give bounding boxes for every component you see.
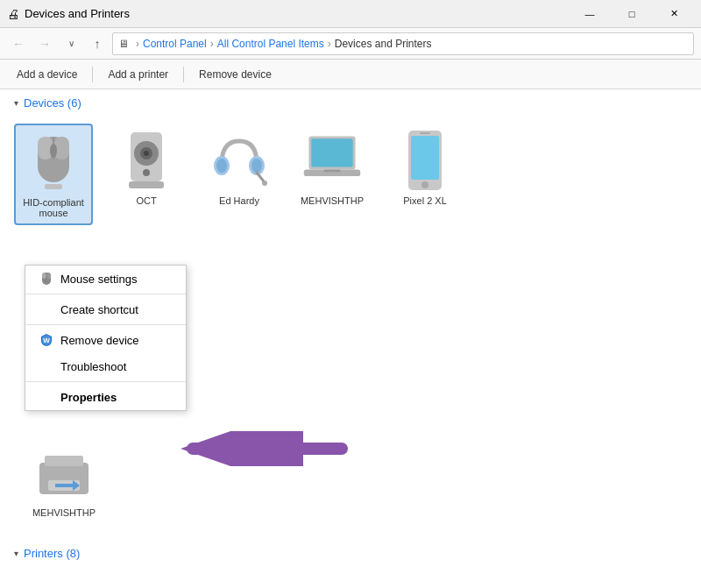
device-headset[interactable]: Ed Hardy: [200, 124, 279, 225]
ctx-mouse-settings[interactable]: Mouse settings: [25, 266, 186, 292]
title-bar-controls: — □ ✕: [570, 0, 694, 28]
svg-rect-11: [129, 181, 164, 188]
ctx-properties[interactable]: Properties: [25, 384, 186, 410]
svg-point-13: [216, 159, 227, 173]
svg-rect-18: [311, 138, 352, 166]
device-laptop-label: MEHVISHTHP: [301, 195, 364, 206]
printers-chevron-icon: ▾: [14, 549, 18, 558]
ctx-properties-label: Properties: [60, 391, 117, 404]
printers-section-header[interactable]: ▾ Printers (8): [14, 547, 687, 560]
context-menu: Mouse settings Create shortcut W Remove …: [25, 265, 187, 411]
ctx-mouse-settings-label: Mouse settings: [60, 273, 137, 286]
ctx-remove-device[interactable]: W Remove device: [25, 327, 186, 353]
ctx-create-shortcut-label: Create shortcut: [60, 303, 138, 316]
breadcrumb-item-home: 🖥: [118, 38, 129, 50]
phone-icon: [393, 129, 457, 192]
headset-icon: [208, 129, 271, 192]
remove-device-button[interactable]: Remove device: [189, 63, 281, 86]
title-bar: 🖨 Devices and Printers — □ ✕: [0, 0, 701, 28]
device-phone-label: Pixel 2 XL: [403, 195, 447, 206]
printers-section: ▾ Printers (8): [14, 547, 687, 570]
ctx-troubleshoot[interactable]: Troubleshoot: [25, 353, 186, 379]
laptop-icon: [301, 129, 364, 192]
ctx-remove-device-label: Remove device: [60, 334, 139, 347]
shield-icon: W: [39, 333, 53, 347]
svg-point-10: [143, 169, 150, 176]
device-speaker[interactable]: OCT: [107, 124, 186, 225]
svg-rect-27: [46, 273, 51, 279]
breadcrumb-current: Devices and Printers: [335, 38, 432, 50]
address-bar: ← → ∨ ↑ 🖥 › Control Panel › All Control …: [0, 28, 701, 60]
devices-grid: HID-compliant mouse OCT: [14, 120, 687, 239]
device-laptop[interactable]: MEHVISHTHP: [293, 124, 372, 225]
svg-rect-26: [42, 273, 46, 279]
breadcrumb: 🖥 › Control Panel › All Control Panel It…: [112, 32, 694, 55]
svg-point-23: [421, 181, 428, 188]
maximize-button[interactable]: □: [612, 0, 652, 28]
troubleshoot-icon: [39, 359, 53, 373]
toolbar-separator-1: [92, 67, 93, 82]
device-mouse[interactable]: HID-compliant mouse: [14, 124, 93, 225]
mehvishthp-bottom-icon: [31, 447, 97, 507]
minimize-button[interactable]: —: [570, 0, 610, 28]
svg-rect-24: [420, 132, 430, 134]
back-button[interactable]: ←: [7, 32, 30, 55]
add-printer-button[interactable]: Add a printer: [98, 63, 178, 86]
devices-chevron-icon: ▾: [14, 98, 18, 108]
breadcrumb-control-panel[interactable]: Control Panel: [143, 38, 207, 50]
device-bottom-mehvishthp[interactable]: MEHVISHTHP: [25, 447, 103, 518]
title-bar-text: Devices and Printers: [25, 7, 130, 20]
printers-section-label: Printers (8): [24, 547, 80, 560]
ctx-separator-3: [25, 381, 186, 382]
mouse-icon: [22, 131, 85, 194]
forward-button[interactable]: →: [33, 32, 56, 55]
main-content: ▾ Devices (6) HID-compliant mouse: [0, 89, 701, 588]
svg-rect-32: [45, 456, 83, 466]
ctx-create-shortcut[interactable]: Create shortcut: [25, 296, 186, 322]
create-shortcut-icon: [39, 302, 53, 316]
svg-rect-20: [324, 169, 341, 172]
svg-rect-5: [45, 184, 62, 189]
speaker-icon: [115, 129, 178, 192]
devices-section-header[interactable]: ▾ Devices (6): [14, 96, 687, 110]
add-device-button[interactable]: Add a device: [7, 63, 87, 86]
svg-point-15: [251, 159, 262, 173]
device-speaker-label: OCT: [136, 195, 156, 206]
device-bottom-label: MEHVISHTHP: [32, 507, 96, 518]
device-mouse-label: HID-compliant mouse: [21, 197, 86, 218]
close-button[interactable]: ✕: [654, 0, 694, 28]
svg-text:W: W: [43, 337, 50, 344]
device-headset-label: Ed Hardy: [219, 195, 259, 206]
toolbar-separator-2: [183, 67, 184, 82]
ctx-separator-1: [25, 294, 186, 294]
ctx-troubleshoot-label: Troubleshoot: [60, 360, 126, 373]
toolbar: Add a device Add a printer Remove device: [0, 60, 701, 89]
device-phone[interactable]: Pixel 2 XL: [386, 124, 464, 225]
ctx-separator-2: [25, 324, 186, 325]
svg-point-4: [50, 144, 57, 158]
devices-section-label: Devices (6): [24, 96, 81, 110]
mouse-settings-icon: [39, 272, 53, 286]
svg-point-16: [262, 181, 267, 186]
breadcrumb-all-items[interactable]: All Control Panel Items: [217, 38, 324, 50]
up-button[interactable]: ↑: [86, 32, 109, 55]
arrow-annotation: [175, 431, 350, 469]
svg-point-9: [144, 151, 149, 156]
dropdown-button[interactable]: ∨: [60, 32, 82, 55]
properties-icon: [39, 390, 53, 404]
svg-rect-22: [411, 136, 439, 180]
title-bar-icon: 🖨: [7, 7, 19, 21]
